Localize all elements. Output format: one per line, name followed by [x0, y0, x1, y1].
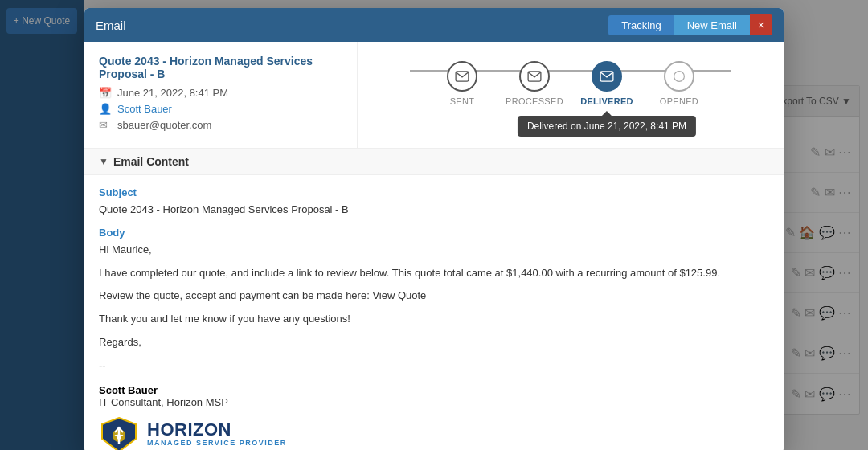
email-row: ✉ sbauer@quoter.com: [99, 119, 342, 131]
new-email-button[interactable]: New Email: [674, 15, 750, 35]
tracking-steps: SENT PROCESSED: [374, 55, 768, 106]
modal-body: Quote 2043 - Horizon Managed Services Pr…: [84, 42, 784, 148]
processed-circle: [519, 61, 550, 92]
horizon-logo-icon: [99, 416, 139, 450]
calendar-icon: 📅: [99, 87, 112, 99]
sent-circle: [447, 61, 477, 92]
body-label: Body: [99, 227, 769, 239]
section-title: Email Content: [113, 155, 189, 168]
email-body: Hi Maurice, I have completed our quote, …: [99, 242, 769, 374]
author-email: sbauer@quoter.com: [117, 119, 211, 131]
regards: Regards,: [99, 334, 769, 351]
email-modal: Email Tracking New Email × Quote 2043 - …: [84, 8, 784, 450]
horizon-logo-text: HORIZON MANAGED SERVICE PROVIDER: [147, 421, 287, 447]
paragraph3: Thank you and let me know if you have an…: [99, 311, 769, 328]
info-panel: Quote 2043 - Horizon Managed Services Pr…: [84, 42, 358, 148]
author-row: 👤 Scott Bauer: [99, 103, 342, 115]
close-button[interactable]: ×: [750, 14, 772, 35]
tracking-panel: SENT PROCESSED: [358, 42, 784, 148]
subject-value: Quote 2043 - Horizon Managed Services Pr…: [99, 202, 769, 219]
tracking-button[interactable]: Tracking: [608, 15, 674, 35]
svg-rect-0: [456, 72, 469, 81]
section-header[interactable]: ▼ Email Content: [84, 149, 784, 175]
quote-title: Quote 2043 - Horizon Managed Services Pr…: [99, 55, 342, 80]
opened-label: OPENED: [660, 96, 698, 106]
separator: --: [99, 358, 769, 374]
company-logo: HORIZON MANAGED SERVICE PROVIDER: [99, 416, 769, 450]
company-subtitle: MANAGED SERVICE PROVIDER: [147, 439, 287, 447]
modal-overlay: Email Tracking New Email × Quote 2043 - …: [0, 0, 868, 450]
delivered-label: DELIVERED: [580, 96, 633, 106]
quote-date: June 21, 2022, 8:41 PM: [117, 87, 228, 99]
step-sent: SENT: [426, 61, 498, 106]
step-opened: OPENED: [643, 61, 715, 106]
greeting: Hi Maurice,: [99, 242, 769, 259]
svg-rect-2: [600, 72, 613, 81]
step-processed: PROCESSED: [498, 61, 571, 106]
sig-title: IT Consultant, Horizon MSP: [99, 396, 769, 408]
step-delivered: DELIVERED Delivered on June 21, 2022, 8:…: [571, 61, 643, 106]
opened-circle: [664, 61, 694, 92]
delivered-circle: [592, 61, 622, 92]
paragraph2: Review the quote, accept and payment can…: [99, 288, 769, 305]
person-icon: 👤: [99, 103, 112, 115]
date-row: 📅 June 21, 2022, 8:41 PM: [99, 87, 342, 99]
collapse-arrow-icon: ▼: [99, 156, 108, 167]
svg-rect-1: [528, 72, 541, 81]
modal-header: Email Tracking New Email ×: [84, 8, 784, 42]
sig-name: Scott Bauer: [99, 384, 769, 396]
sent-label: SENT: [450, 96, 475, 106]
delivery-tooltip: Delivered on June 21, 2022, 8:41 PM: [518, 116, 696, 137]
signature-section: Scott Bauer IT Consultant, Horizon MSP: [99, 384, 769, 450]
subject-label: Subject: [99, 186, 769, 198]
processed-label: PROCESSED: [506, 96, 563, 106]
email-content-body: Subject Quote 2043 - Horizon Managed Ser…: [84, 175, 784, 450]
modal-title: Email: [96, 18, 126, 32]
author-link[interactable]: Scott Bauer: [117, 103, 172, 115]
svg-point-3: [674, 72, 685, 82]
company-name: HORIZON: [147, 421, 287, 439]
paragraph1: I have completed our quote, and include …: [99, 265, 769, 282]
email-icon: ✉: [99, 119, 112, 131]
modal-header-actions: Tracking New Email ×: [608, 14, 772, 35]
email-content-section: ▼ Email Content Subject Quote 2043 - Hor…: [84, 148, 784, 450]
